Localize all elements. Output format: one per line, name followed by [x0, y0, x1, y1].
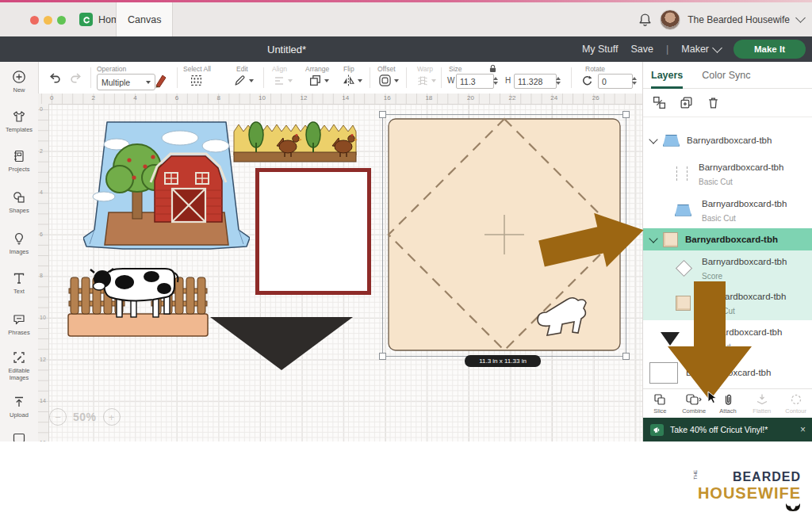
height-stepper[interactable]	[554, 73, 561, 88]
chicken-border-artwork[interactable]	[232, 120, 358, 163]
select-all-icon[interactable]	[190, 74, 203, 87]
tab-canvas-label: Canvas	[128, 14, 161, 25]
sidebar-item-images[interactable]: Images	[0, 231, 38, 255]
barnyard-scene-card-artwork[interactable]	[83, 119, 250, 258]
rotate-stepper[interactable]	[630, 73, 638, 88]
size-label: Size	[449, 65, 462, 73]
zoom-in-button[interactable]: +	[103, 408, 121, 426]
ruler-tick-label: 10	[40, 315, 46, 320]
attach-paperclip-icon	[722, 393, 734, 406]
fence-and-cow-artwork[interactable]	[67, 262, 209, 338]
rotate-input[interactable]	[598, 74, 633, 89]
footer: THE BEARDED HOUSEWIFE	[0, 441, 812, 516]
window-minimize-button[interactable]	[44, 16, 52, 25]
white-mat-artwork[interactable]	[255, 168, 371, 295]
sidebar-item-shapes[interactable]: Shapes	[0, 190, 38, 214]
color-swatch-pen-icon[interactable]	[154, 72, 170, 88]
layer-row-group-2-selected[interactable]: Barnyardboxcard-tbh	[643, 228, 812, 250]
select-all-label: Select All	[183, 65, 211, 73]
document-title[interactable]: Untitled*	[267, 36, 306, 62]
tab-color-sync[interactable]: Color Sync	[702, 62, 750, 89]
ruler-tick-label: 0	[50, 94, 53, 101]
edit-pencil-icon[interactable]	[233, 74, 247, 87]
duplicate-icon[interactable]	[680, 96, 693, 109]
layer-row[interactable]: Barnyardboxcard-tbh Basic Cut	[643, 320, 812, 357]
sidebar-item-templates[interactable]: Templates	[0, 109, 38, 133]
make-it-button[interactable]: Make It	[733, 40, 806, 59]
ruler-tick-label: 14	[342, 94, 349, 101]
rotate-icon[interactable]	[580, 74, 594, 87]
window-zoom-button[interactable]	[57, 16, 66, 25]
ruler-tick-label: 12	[40, 357, 46, 362]
offset-caret[interactable]	[394, 79, 399, 82]
redo-icon[interactable]	[70, 71, 83, 85]
arrange-caret[interactable]	[324, 79, 329, 82]
group-icon[interactable]	[653, 96, 666, 109]
height-input[interactable]	[514, 74, 557, 89]
ruler-tick-label: 2	[92, 94, 95, 101]
width-stepper[interactable]	[492, 73, 499, 88]
banner-close-icon[interactable]: ×	[800, 424, 812, 435]
sidebar-item-upload[interactable]: Upload	[0, 395, 38, 419]
my-stuff-link[interactable]: My Stuff	[582, 44, 619, 55]
layer-row[interactable]: Barnyardboxcard-tbh Basic Cut	[643, 285, 812, 320]
header-divider: |	[666, 44, 668, 55]
save-link[interactable]: Save	[631, 44, 654, 55]
layer-thumbnail	[676, 166, 688, 181]
offset-icon[interactable]	[378, 74, 392, 87]
ruler-tick-label: 24	[550, 94, 557, 101]
layer-row[interactable]: Barnyardboxcard-tbh Basic Cut	[643, 155, 812, 192]
bell-icon[interactable]	[638, 12, 653, 27]
sidebar-item-projects[interactable]: Projects	[0, 149, 38, 173]
horizontal-ruler: 02468101214161820222426	[38, 94, 642, 105]
zoom-out-button[interactable]: −	[49, 408, 67, 426]
machine-selector[interactable]: Maker	[681, 44, 721, 55]
shirt-icon	[12, 109, 26, 124]
account-chevron-down-icon[interactable]	[795, 13, 806, 23]
tab-canvas[interactable]: Canvas	[116, 2, 173, 36]
flip-icon[interactable]	[342, 74, 355, 87]
flip-caret[interactable]	[358, 79, 362, 82]
ruler-tick-label: 4	[133, 94, 136, 101]
layer-row[interactable]: Barnyardboxcard-tbh Basic Cut	[643, 192, 812, 228]
black-triangle-artwork[interactable]	[210, 317, 353, 370]
attach-button[interactable]: Attach	[711, 389, 745, 419]
shapes-icon	[12, 190, 26, 204]
tan-score-card-artwork[interactable]	[379, 111, 630, 360]
layer-thumbnail	[676, 296, 691, 311]
operation-label: Operation	[97, 65, 126, 73]
account-name[interactable]: The Bearded Housewife	[688, 14, 790, 25]
undo-icon[interactable]	[48, 71, 61, 85]
sidebar-item-phrases[interactable]: Phrases	[0, 312, 38, 336]
ruler-tick-label: 14	[40, 398, 46, 403]
width-input[interactable]	[456, 74, 494, 89]
tab-layers[interactable]: Layers	[651, 62, 683, 89]
layer-row[interactable]: Barnyardboxcard-tbh Score	[643, 250, 812, 285]
ruler-tick-label: 10	[259, 94, 266, 101]
arrange-icon[interactable]	[308, 74, 322, 87]
zoom-control: − 50% +	[49, 408, 121, 426]
chevron-down-icon[interactable]	[649, 234, 657, 243]
sidebar-item-editable-images[interactable]: Editable Images	[0, 350, 38, 382]
slice-button[interactable]: Slice	[643, 389, 677, 419]
ruler-tick-label: 6	[175, 94, 178, 101]
avatar[interactable]	[660, 10, 680, 30]
delete-icon[interactable]	[707, 96, 720, 109]
operation-dropdown[interactable]: Multiple	[97, 74, 155, 90]
promo-text: Take 40% off Cricut Vinyl!*	[670, 425, 794, 434]
layer-row-group-1[interactable]: Barnyardboxcard-tbh	[643, 125, 812, 155]
speech-bubble-icon	[12, 312, 26, 327]
combine-button[interactable]: Combine	[677, 389, 711, 419]
sidebar-item-new[interactable]: New	[0, 70, 38, 94]
ruler-tick-label: 0	[40, 106, 43, 112]
text-icon	[12, 271, 26, 285]
design-canvas[interactable]: 02468101214161820222426 0246810121416	[38, 94, 642, 441]
sidebar-item-text[interactable]: Text	[0, 271, 38, 295]
window-close-button[interactable]	[30, 16, 39, 25]
ruler-tick-label: 4	[40, 189, 43, 195]
chevron-down-icon[interactable]	[649, 135, 657, 143]
account-area: The Bearded Housewife	[638, 2, 804, 36]
layer-row[interactable]: Barnyardboxcard-tbh	[643, 357, 812, 388]
edit-caret[interactable]	[249, 79, 254, 82]
browser-tab-bar: Home Canvas The Bearded Housewife	[0, 2, 812, 37]
